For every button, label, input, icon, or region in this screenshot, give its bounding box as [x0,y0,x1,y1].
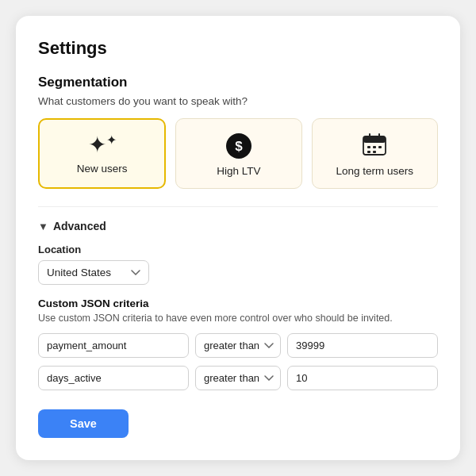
settings-card: Settings Segmentation What customers do … [16,16,460,460]
criteria-operator-2[interactable]: greater than less than equals not equals [195,366,281,390]
advanced-toggle[interactable]: ▼ Advanced [38,220,438,232]
segmentation-title: Segmentation [38,75,438,90]
criteria-row-2: greater than less than equals not equals [38,366,438,390]
segmentation-subtitle: What customers do you want to speak with… [38,95,438,107]
segment-label-new-users: New users [77,163,128,175]
svg-rect-5 [373,146,376,148]
location-select[interactable]: United States Canada United Kingdom Germ… [38,260,149,285]
criteria-value-1[interactable] [287,333,438,358]
criteria-field-2[interactable] [38,366,189,390]
dollar-icon: $ [226,133,251,159]
segment-card-high-ltv[interactable]: $ High LTV [175,118,301,189]
page-title: Settings [38,38,438,59]
criteria-operator-1[interactable]: greater than less than equals not equals [195,333,281,358]
svg-rect-7 [367,151,370,153]
save-button[interactable]: Save [38,409,129,438]
segment-label-long-term: Long term users [336,165,414,177]
sparkles-icon: ✦✦ [88,134,117,156]
segment-label-high-ltv: High LTV [217,165,260,177]
calendar-icon [363,133,386,159]
divider [38,206,438,207]
criteria-row-1: greater than less than equals not equals [38,333,438,358]
location-label: Location [38,244,438,255]
custom-json-description: Use custom JSON criteria to have even mo… [38,313,438,324]
segment-card-new-users[interactable]: ✦✦ New users [38,118,166,189]
custom-json-title: Custom JSON criteria [38,298,438,309]
segment-cards: ✦✦ New users $ High LTV L [38,118,438,189]
svg-rect-6 [378,146,382,148]
advanced-label: Advanced [53,220,106,232]
svg-rect-4 [367,146,370,148]
criteria-value-2[interactable] [287,366,438,390]
svg-rect-1 [363,136,386,143]
chevron-down-icon: ▼ [38,221,48,232]
segment-card-long-term[interactable]: Long term users [312,118,438,189]
criteria-field-1[interactable] [38,333,189,358]
svg-rect-8 [373,151,376,153]
advanced-section: Location United States Canada United Kin… [38,244,438,390]
